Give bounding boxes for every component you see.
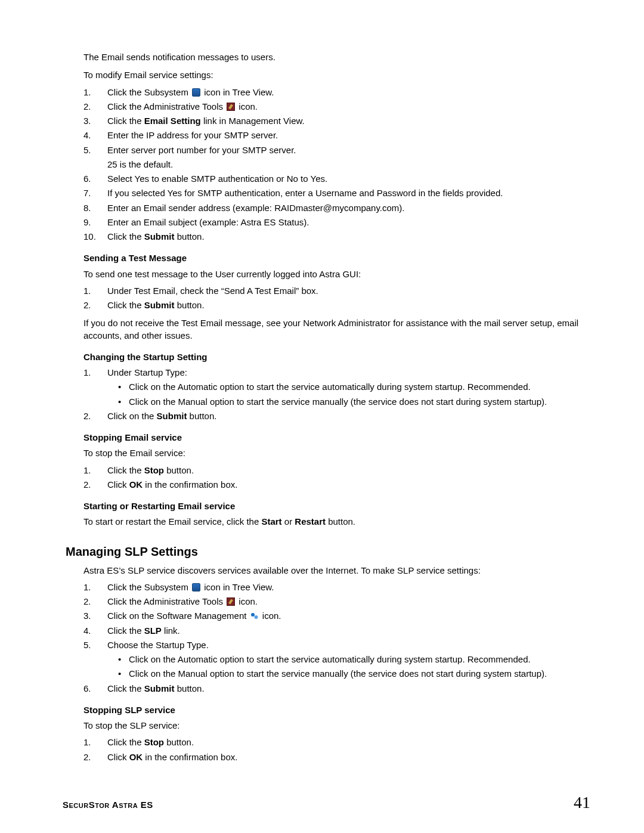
step-item: Click the Stop button. [83, 465, 590, 476]
intro-text-1: The Email sends notification messages to… [83, 51, 590, 63]
step-item: Click the SLP link. [83, 625, 590, 637]
heading-stop-email: Stopping Email service [83, 432, 590, 444]
start-email-text: To start or restart the Email service, c… [83, 516, 590, 528]
step-item: Click the Submit button. [83, 299, 590, 311]
svg-point-0 [251, 613, 255, 617]
step-item: Click OK in the confirmation box. [83, 751, 590, 763]
heading-start-email: Starting or Restarting Email service [83, 500, 590, 512]
intro-text-2: To modify Email service settings: [83, 69, 590, 81]
inline-bold: Submit [144, 683, 175, 693]
step-item: Choose the Startup Type.Click on the Aut… [83, 639, 590, 680]
sub-bullets: Click on the Automatic option to start t… [107, 654, 590, 680]
stop-email-steps: Click the Stop button.Click OK in the co… [83, 465, 590, 491]
heading-startup: Changing the Startup Setting [83, 351, 590, 363]
test-msg-lead: To send one test message to the User cur… [83, 268, 590, 280]
stop-slp-lead: To stop the SLP service: [83, 720, 590, 732]
step-subtext: 25 is the default. [107, 159, 590, 171]
step-item: Click the Submit button. [83, 231, 590, 243]
step-item: Click the Subsystem icon in Tree View. [83, 86, 590, 98]
test-msg-note: If you do not receive the Test Email mes… [83, 317, 590, 342]
bullet-item: Click on the Automatic option to start t… [107, 381, 590, 393]
step-item: Click on the Submit button. [83, 410, 590, 422]
subsystem-icon [192, 583, 200, 592]
step-item: If you selected Yes for SMTP authenticat… [83, 187, 590, 199]
bullet-item: Click on the Automatic option to start t… [107, 654, 590, 665]
inline-bold: Submit [144, 300, 175, 310]
step-item: Click OK in the confirmation box. [83, 479, 590, 491]
inline-bold: OK [129, 479, 143, 490]
step-item: Click the Administrative Tools icon. [83, 596, 590, 608]
sub-bullets: Click on the Automatic option to start t… [107, 381, 590, 408]
step-item: Click on the Software Management icon. [83, 610, 590, 622]
startup-steps: Under Startup Type:Click on the Automati… [83, 367, 590, 422]
inline-bold: Stop [144, 465, 164, 475]
document-page: The Email sends notification messages to… [0, 0, 644, 833]
step-item: Enter an Email sender address (example: … [83, 202, 590, 214]
inline-bold: Submit [144, 231, 175, 241]
slp-steps: Click the Subsystem icon in Tree View.Cl… [83, 581, 590, 695]
email-settings-steps: Click the Subsystem icon in Tree View.Cl… [83, 86, 590, 243]
step-item: Under Test Email, check the “Send A Test… [83, 285, 590, 297]
inline-bold: SLP [144, 625, 162, 636]
step-item: Click the Submit button. [83, 683, 590, 695]
step-item: Enter the IP address for your SMTP serve… [83, 129, 590, 141]
page-number: 41 [574, 793, 590, 812]
page-footer: SecurStor Astra ES 41 [63, 793, 590, 812]
bullet-item: Click on the Manual option to start the … [107, 668, 590, 680]
test-msg-steps: Under Test Email, check the “Send A Test… [83, 285, 590, 312]
inline-bold: Submit [157, 411, 187, 421]
inline-bold: Start [261, 516, 281, 527]
inline-bold: OK [129, 752, 143, 762]
step-item: Click the Subsystem icon in Tree View. [83, 581, 590, 593]
software-icon [250, 612, 259, 620]
bullet-item: Click on the Manual option to start the … [107, 396, 590, 408]
slp-intro: Astra ES’s SLP service discovers service… [83, 565, 590, 577]
heading-sending-test: Sending a Test Message [83, 252, 590, 264]
step-item: Click the Administrative Tools icon. [83, 101, 590, 113]
svg-point-1 [254, 615, 258, 619]
admintools-icon [227, 597, 235, 606]
step-item: Select Yes to enable SMTP authentication… [83, 173, 590, 185]
step-item: Enter an Email subject (example: Astra E… [83, 216, 590, 228]
subsystem-icon [192, 88, 200, 97]
step-item: Enter server port number for your SMTP s… [83, 144, 590, 171]
admintools-icon [227, 103, 235, 111]
heading-stop-slp: Stopping SLP service [83, 704, 590, 716]
step-item: Under Startup Type:Click on the Automati… [83, 367, 590, 408]
step-item: Click the Stop button. [83, 736, 590, 748]
heading-slp: Managing SLP Settings [66, 544, 590, 560]
footer-product-name: SecurStor Astra ES [63, 800, 153, 810]
inline-bold: Email Setting [144, 116, 201, 126]
stop-slp-steps: Click the Stop button.Click OK in the co… [83, 736, 590, 763]
stop-email-lead: To stop the Email service: [83, 447, 590, 459]
inline-bold: Restart [295, 516, 326, 527]
inline-bold: Stop [144, 737, 164, 747]
step-item: Click the Email Setting link in Manageme… [83, 115, 590, 127]
page-content: The Email sends notification messages to… [83, 51, 590, 763]
